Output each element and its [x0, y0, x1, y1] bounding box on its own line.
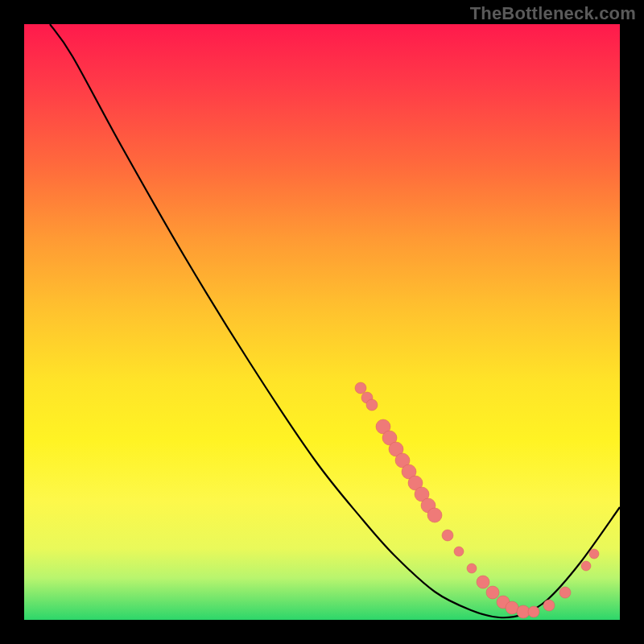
data-marker — [528, 606, 539, 617]
data-marker — [477, 576, 489, 588]
watermark-text: TheBottleneck.com — [470, 3, 636, 24]
data-marker — [366, 399, 378, 411]
data-marker — [559, 587, 571, 598]
data-marker — [506, 601, 518, 614]
data-marker — [517, 605, 530, 618]
data-marker — [427, 508, 442, 522]
data-marker — [467, 564, 477, 573]
data-marker — [355, 382, 366, 394]
data-marker — [486, 586, 499, 599]
data-marker — [454, 547, 464, 556]
plot-area — [24, 24, 620, 620]
chart-container: TheBottleneck.com — [0, 0, 644, 644]
data-marker — [589, 549, 599, 559]
bottleneck-curve — [50, 24, 620, 617]
data-marker — [442, 530, 453, 541]
data-marker — [581, 561, 591, 571]
chart-svg — [24, 24, 620, 620]
data-marker — [543, 600, 555, 611]
